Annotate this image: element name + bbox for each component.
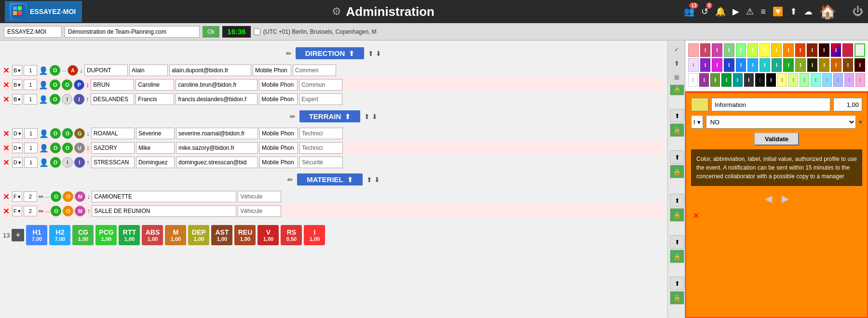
- palette-cell[interactable]: I: [747, 58, 758, 72]
- status-o-t3[interactable]: O: [50, 157, 61, 168]
- palette-cell[interactable]: I: [724, 58, 734, 72]
- delete-direction-3[interactable]: ✕: [3, 95, 11, 104]
- letter-dot-t2[interactable]: U: [74, 143, 85, 153]
- lastname-d3[interactable]: [91, 93, 134, 105]
- num-input-d1[interactable]: [24, 65, 37, 76]
- status-o-d1[interactable]: O: [50, 65, 60, 76]
- letter-dot-m2[interactable]: M: [75, 206, 85, 216]
- event-reu[interactable]: REU 1,00: [234, 225, 256, 245]
- status-o-t1[interactable]: O: [50, 128, 61, 139]
- lastname-t2[interactable]: [91, 142, 135, 154]
- delete-terrain-3[interactable]: ✕: [3, 158, 11, 167]
- status-m-m1[interactable]: O: [63, 191, 73, 202]
- palette-cell[interactable]: I: [744, 73, 754, 87]
- status-o-d2[interactable]: O: [50, 80, 60, 90]
- event-pcg[interactable]: PCG 1,00: [95, 225, 117, 245]
- palette-cell[interactable]: I: [795, 58, 806, 72]
- upload-direction-3[interactable]: ⬆: [670, 150, 684, 164]
- email-d2[interactable]: [176, 79, 258, 91]
- delete-terrain-1[interactable]: ✕: [3, 129, 11, 138]
- direction-edit-icon[interactable]: ✏: [286, 50, 292, 57]
- email-t2[interactable]: [176, 142, 258, 154]
- lock-terrain-3[interactable]: 🔒: [670, 291, 684, 305]
- direction-up-arrow[interactable]: ⬆: [349, 50, 354, 57]
- status-o2-t2[interactable]: O: [62, 143, 73, 153]
- email-t3[interactable]: [176, 157, 258, 168]
- comment-d2[interactable]: [299, 79, 342, 91]
- phone-d3[interactable]: [259, 93, 298, 105]
- palette-cell[interactable]: I: [700, 58, 711, 72]
- lastname-d2[interactable]: [91, 79, 134, 91]
- palette-cell[interactable]: I: [700, 43, 711, 57]
- event-ast[interactable]: AST 1,00: [211, 225, 232, 245]
- down-arrow-m1[interactable]: ↓: [87, 193, 90, 200]
- palette-cell[interactable]: I: [807, 43, 817, 57]
- num-input-t3[interactable]: [24, 157, 38, 168]
- phone-t2[interactable]: [259, 142, 298, 154]
- letter-dot-d3[interactable]: I: [74, 94, 84, 105]
- type-select-t3[interactable]: D ▾: [12, 157, 23, 168]
- palette-cell[interactable]: I: [688, 43, 699, 57]
- terrain-edit-icon[interactable]: ✏: [290, 113, 296, 120]
- panel-prev-button[interactable]: ◀: [765, 193, 772, 204]
- comment-t3[interactable]: [299, 157, 343, 168]
- type-select-d3[interactable]: B ▾: [12, 94, 22, 105]
- delete-terrain-2[interactable]: ✕: [3, 144, 11, 153]
- palette-cell[interactable]: I: [777, 73, 787, 87]
- material-name-m2[interactable]: [92, 205, 236, 217]
- lastname-t1[interactable]: [91, 128, 135, 139]
- panel-abbr-select[interactable]: I ▾: [691, 115, 703, 129]
- letter-dot-t1[interactable]: G: [74, 128, 85, 139]
- status-o-m2[interactable]: O: [51, 206, 61, 216]
- add-event-button[interactable]: +: [12, 229, 24, 241]
- event-rs[interactable]: RS 0,50: [281, 225, 302, 245]
- palette-cell[interactable]: I: [854, 58, 865, 72]
- palette-cell[interactable]: I: [822, 73, 832, 87]
- lock-terrain-1[interactable]: 🔒: [670, 208, 684, 222]
- palette-cell[interactable]: I: [807, 58, 818, 72]
- upload-terrain-3[interactable]: ⬆: [670, 277, 684, 290]
- refresh-icon-badge[interactable]: ↺ 0: [701, 6, 708, 17]
- palette-cell[interactable]: I: [688, 73, 698, 87]
- lock-terrain-2[interactable]: 🔒: [670, 250, 684, 263]
- num-input-t1[interactable]: [24, 128, 38, 139]
- firstname-t1[interactable]: [136, 128, 175, 139]
- palette-cell[interactable]: I: [736, 43, 746, 57]
- status-o2-d2[interactable]: O: [62, 80, 72, 90]
- comment-t2[interactable]: [299, 142, 343, 154]
- letter-dot-d2[interactable]: P: [74, 80, 84, 90]
- palette-cell[interactable]: I: [760, 58, 770, 72]
- lastname-d1[interactable]: [84, 65, 128, 76]
- panel-profile-dropdown[interactable]: NO: [706, 115, 856, 129]
- checkmark-icon[interactable]: ✓: [669, 43, 684, 55]
- delete-direction-2[interactable]: ✕: [3, 80, 11, 90]
- email-d1[interactable]: [169, 65, 251, 76]
- palette-cell[interactable]: I: [783, 58, 794, 72]
- demo-input[interactable]: [65, 26, 200, 38]
- palette-cell-check[interactable]: ✓: [854, 43, 865, 57]
- palette-cell[interactable]: I: [736, 58, 746, 72]
- comment-m1[interactable]: [238, 191, 281, 202]
- lock-direction-2[interactable]: 🔒: [670, 123, 684, 137]
- phone-t3[interactable]: [259, 157, 298, 168]
- status-i-d3[interactable]: I: [62, 94, 72, 105]
- down-arrow-t1[interactable]: ↓: [86, 130, 90, 137]
- palette-cell[interactable]: I: [795, 43, 806, 57]
- event-v[interactable]: V 1,00: [258, 225, 279, 245]
- type-select-m1[interactable]: F ▾: [12, 191, 22, 202]
- event-m[interactable]: M 1,00: [165, 225, 186, 245]
- status-o-m1[interactable]: O: [51, 191, 61, 202]
- power-icon[interactable]: ⏻: [853, 5, 863, 18]
- timezone-checkbox[interactable]: [254, 28, 260, 35]
- comment-t1[interactable]: [299, 128, 343, 139]
- palette-cell[interactable]: I: [712, 58, 722, 72]
- upload-terrain-1[interactable]: ⬆: [670, 194, 684, 207]
- palette-cell[interactable]: I: [699, 73, 709, 87]
- phone-t1[interactable]: [259, 128, 298, 139]
- comment-m2[interactable]: [238, 205, 281, 217]
- palette-cell[interactable]: I: [833, 73, 843, 87]
- panel-value-input[interactable]: [833, 98, 862, 111]
- status-o-d3[interactable]: O: [50, 94, 60, 105]
- palette-cell[interactable]: I: [771, 43, 782, 57]
- up-arrow-d3[interactable]: ↑: [86, 95, 89, 103]
